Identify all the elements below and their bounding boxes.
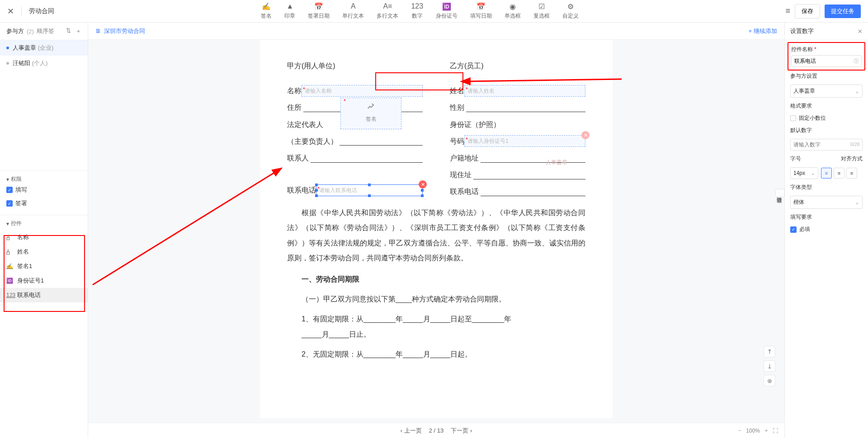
control-item[interactable]: A姓名 bbox=[0, 245, 88, 259]
required-checkbox[interactable]: ✓必填 bbox=[790, 226, 863, 233]
tool-icon: 123 bbox=[411, 2, 423, 10]
field-employee-name[interactable]: *请输入姓名 bbox=[464, 85, 585, 97]
menu-icon[interactable]: ≡ bbox=[785, 6, 790, 16]
control-name-input[interactable] bbox=[791, 55, 862, 67]
prev-page-button[interactable]: ‹ 上一页 bbox=[401, 427, 422, 435]
left-sidebar: 参与方 (2) 顺序签 ⇅ ＋ 人事盖章 (企业)汪铭阳 (个人) ▾ 权限 ✓… bbox=[0, 23, 88, 438]
party-a-title: 甲方(用人单位) bbox=[287, 58, 423, 74]
control-item[interactable]: 123联系电话 bbox=[0, 288, 88, 302]
delete-field-icon[interactable]: ✕ bbox=[581, 131, 590, 139]
status-dot bbox=[6, 62, 9, 65]
scroll-bottom-icon[interactable]: ⤓ bbox=[764, 360, 775, 372]
tool-单行文本[interactable]: A单行文本 bbox=[342, 2, 364, 20]
char-count: 0/26 bbox=[850, 141, 860, 147]
control-type-icon: 🆔 bbox=[6, 278, 14, 284]
control-type-icon: A bbox=[6, 249, 14, 255]
properties-panel: 设置数字 ✕ 控件名称 * ⓧ 参与方设置 人事盖章⌄ 格式要求 固定小数位 默… bbox=[784, 23, 868, 438]
tool-数字[interactable]: 123数字 bbox=[411, 2, 423, 20]
align-left-button[interactable]: ≡ bbox=[821, 168, 832, 179]
tool-icon: 📅 bbox=[476, 2, 486, 10]
document-viewport[interactable]: 甲方(用人单位) 名称 *请输入名称 住所 法定代表人 （主要负责人） 联系人 … bbox=[88, 40, 784, 423]
permissions-title[interactable]: ▾ 权限 bbox=[6, 175, 81, 183]
signature-widget[interactable]: * 签名 bbox=[340, 98, 401, 129]
field-phone-selected[interactable]: *请输入联系电话 ✕ bbox=[316, 184, 423, 196]
tool-icon: ▲ bbox=[286, 2, 293, 10]
app-header: ✕ 劳动合同 ✍签名▲印章📅签署日期A单行文本A≡多行文本123数字🆔身份证号📅… bbox=[0, 0, 868, 23]
section-1-heading: 一、劳动合同期限 bbox=[287, 271, 585, 287]
tool-复选框[interactable]: ☑复选框 bbox=[533, 2, 550, 20]
tool-icon: 🆔 bbox=[442, 2, 451, 10]
scroll-top-icon[interactable]: ⤒ bbox=[764, 346, 775, 358]
add-party-icon[interactable]: ＋ bbox=[75, 27, 81, 35]
font-size-select[interactable]: 14px⌄ bbox=[790, 167, 818, 179]
perm-fill-row[interactable]: ✓填写 bbox=[6, 183, 81, 197]
document-title: 劳动合同 bbox=[29, 7, 54, 15]
participants-header: 参与方 (2) 顺序签 ⇅ ＋ bbox=[0, 23, 88, 40]
tool-icon: ☑ bbox=[538, 2, 545, 10]
participants-title: 参与方 bbox=[6, 27, 24, 35]
party-item[interactable]: 人事盖章 (企业) bbox=[0, 40, 88, 56]
clause-1-1-cont: _____月_____日止。 bbox=[287, 326, 585, 342]
zoom-out-icon[interactable]: － bbox=[737, 427, 742, 434]
controls-title[interactable]: ▾ 控件 bbox=[0, 220, 88, 230]
zoom-in-icon[interactable]: ＋ bbox=[764, 427, 769, 434]
control-type-icon: 123 bbox=[6, 292, 14, 298]
locate-icon[interactable]: ⊕ bbox=[764, 375, 775, 386]
party-item[interactable]: 汪铭阳 (个人) bbox=[0, 56, 88, 71]
fixed-decimal-checkbox[interactable]: 固定小数位 bbox=[790, 114, 863, 122]
control-item[interactable]: 🆔身份证号1 bbox=[0, 273, 88, 288]
align-right-button[interactable]: ≡ bbox=[846, 168, 857, 179]
close-icon[interactable]: ✕ bbox=[7, 6, 14, 16]
zoom-level: 100% bbox=[746, 428, 760, 434]
control-item[interactable]: A名称 bbox=[0, 230, 88, 245]
page-position: 2 / 13 bbox=[429, 427, 444, 434]
order-sign-label: 顺序签 bbox=[37, 27, 54, 35]
tool-填写日期[interactable]: 📅填写日期 bbox=[470, 2, 492, 20]
document-page: 甲方(用人单位) 名称 *请输入名称 住所 法定代表人 （主要负责人） 联系人 … bbox=[260, 40, 613, 418]
next-page-button[interactable]: 下一页 › bbox=[451, 427, 472, 435]
fullscreen-icon[interactable]: ⛶ bbox=[773, 428, 778, 434]
tool-icon: A bbox=[351, 2, 356, 10]
tool-icon: A≡ bbox=[383, 2, 392, 10]
controls-section: ▾ 控件 A名称A姓名✍签名1🆔身份证号1123联系电话 bbox=[0, 215, 88, 302]
permissions-section: ▾ 权限 ✓填写 ✓签署 bbox=[0, 170, 88, 215]
font-type-select[interactable]: 楷体⌄ bbox=[790, 196, 863, 209]
add-document-button[interactable]: + 继续添加 bbox=[749, 27, 777, 35]
tool-icon: ✍ bbox=[262, 2, 271, 10]
contract-paragraph: 根据《中华人民共和国劳动法》（以下简称《劳动法》）、《中华人民共和国劳动合同法》… bbox=[287, 205, 585, 266]
control-item[interactable]: ✍签名1 bbox=[0, 259, 88, 273]
tool-身份证号[interactable]: 🆔身份证号 bbox=[436, 2, 458, 20]
close-panel-icon[interactable]: ✕ bbox=[858, 28, 863, 35]
delete-field-icon[interactable]: ✕ bbox=[419, 180, 427, 188]
field-company-name[interactable]: *请输入名称 bbox=[302, 85, 423, 97]
participants-count: (2) bbox=[27, 28, 34, 35]
status-dot bbox=[6, 47, 9, 49]
clear-input-icon[interactable]: ⓧ bbox=[854, 57, 859, 65]
control-type-icon: ✍ bbox=[6, 263, 14, 269]
tool-单选框[interactable]: ◉单选框 bbox=[505, 2, 521, 20]
tool-icon: ◉ bbox=[509, 2, 516, 10]
tool-印章[interactable]: ▲印章 bbox=[284, 2, 295, 20]
sort-icon[interactable]: ⇅ bbox=[66, 27, 71, 35]
tool-自定义[interactable]: ⚙自定义 bbox=[562, 2, 579, 20]
tool-icon: ⚙ bbox=[567, 2, 574, 10]
tool-icon: 📅 bbox=[314, 2, 323, 10]
document-area: 🗎 深圳市劳动合同 + 继续添加 甲方(用人单位) 名称 *请输入名称 住所 法… bbox=[88, 23, 784, 438]
clause-1-1: 1、有固定期限：从________年_____月_____日起至________… bbox=[287, 311, 585, 327]
clause-1-2: 2、无固定期限：从________年_____月_____日起。 bbox=[287, 347, 585, 362]
tool-多行文本[interactable]: A≡多行文本 bbox=[377, 2, 398, 20]
perm-sign-row[interactable]: ✓签署 bbox=[6, 197, 81, 210]
tool-签署日期[interactable]: 📅签署日期 bbox=[308, 2, 330, 20]
float-tools: ⤒ ⤓ ⊕ bbox=[764, 346, 775, 386]
party-b-title: 乙方(员工) bbox=[450, 58, 585, 74]
seam-seal-tab[interactable]: 骑缝章 bbox=[775, 189, 784, 197]
align-center-button[interactable]: ≡ bbox=[834, 168, 844, 179]
field-id-number[interactable]: *请输入身份证号1 ✕ bbox=[464, 135, 585, 147]
tool-签名[interactable]: ✍签名 bbox=[261, 2, 272, 20]
file-name[interactable]: 🗎 深圳市劳动合同 bbox=[95, 27, 145, 35]
clause-1: （一）甲乙双方同意按以下第____种方式确定本劳动合同期限。 bbox=[287, 292, 585, 307]
participant-select[interactable]: 人事盖章⌄ bbox=[790, 85, 863, 98]
control-type-icon: A bbox=[6, 234, 14, 240]
save-button[interactable]: 保存 bbox=[795, 4, 820, 19]
submit-button[interactable]: 提交任务 bbox=[825, 5, 861, 18]
